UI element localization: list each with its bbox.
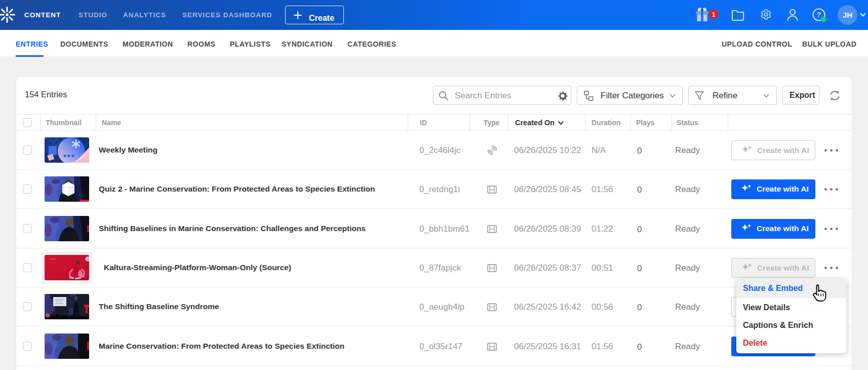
svg-text:○ kaltura: ○ kaltura [48, 257, 56, 260]
svg-text:1: 1 [712, 11, 715, 18]
svg-text:?: ? [817, 11, 821, 19]
